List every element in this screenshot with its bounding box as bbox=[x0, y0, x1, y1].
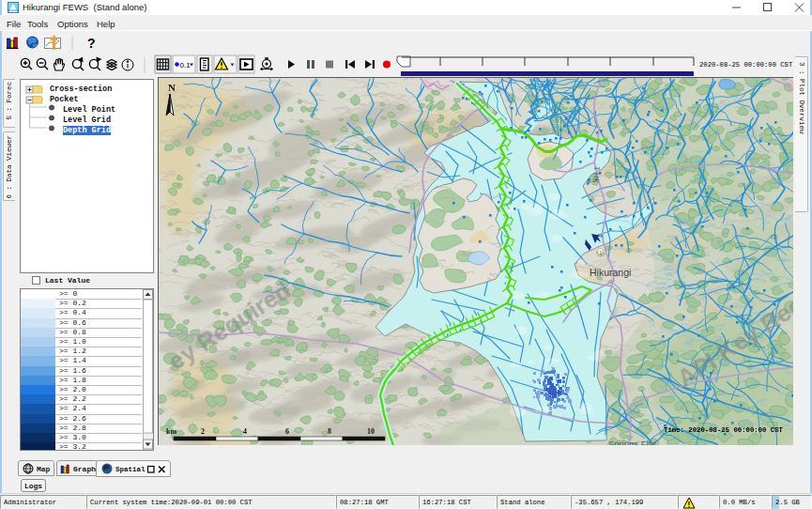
svg-text:2: 2 bbox=[201, 427, 205, 436]
svg-text:SH 1: SH 1 bbox=[591, 165, 602, 183]
svg-text:10: 10 bbox=[367, 427, 375, 436]
svg-text:4: 4 bbox=[243, 427, 247, 436]
svg-text:Time: 2020-08-25 00:00:00 CST: Time: 2020-08-25 00:00:00 CST bbox=[664, 426, 784, 434]
svg-text:1: 1 bbox=[600, 250, 603, 255]
svg-text:km: km bbox=[166, 427, 176, 436]
svg-text:?: ? bbox=[87, 36, 96, 51]
svg-text:Springs Flat: Springs Flat bbox=[608, 439, 656, 445]
svg-text:2020-08-25 00:00:00 CST: 2020-08-25 00:00:00 CST bbox=[699, 61, 793, 69]
svg-text:6: 6 bbox=[285, 427, 289, 436]
svg-text:N: N bbox=[168, 82, 176, 93]
svg-text:0.1: 0.1 bbox=[180, 61, 192, 69]
svg-text:Hikurangi: Hikurangi bbox=[590, 267, 631, 278]
svg-text:8: 8 bbox=[328, 427, 331, 436]
